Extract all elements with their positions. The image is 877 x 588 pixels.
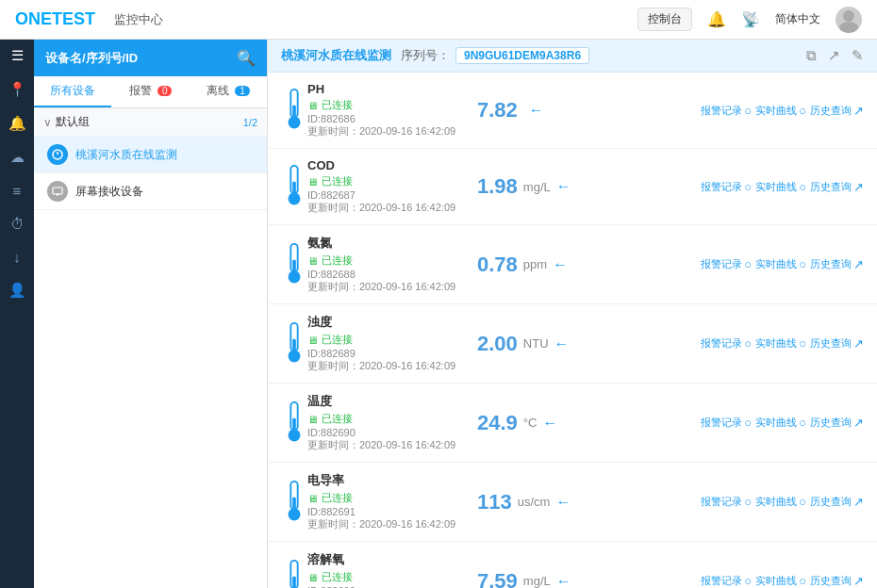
device1-seq-value: 9N9GU61DEM9A38R6 <box>455 47 589 64</box>
svg-point-12 <box>289 192 301 204</box>
main-body: ☰ 📍 🔔 ☁ ≡ ⏱ ↓ 👤 设备名/序列号/ID 🔍 所有设备 报警 0 离… <box>0 40 877 588</box>
realtime-curve-btn-temp[interactable]: 实时曲线○ <box>755 416 806 430</box>
sensor-conductivity-arrow: ← <box>555 494 571 511</box>
alarm-record-btn-do[interactable]: 报警记录○ <box>701 574 752 588</box>
device1-seq-label: 序列号： <box>401 47 450 64</box>
sensor-turbidity-info: 浊度 🖥 已连接 ID:882689 更新时间：2020-09-16 16:42… <box>307 314 477 373</box>
icon-bar-menu[interactable]: ☰ <box>11 47 24 64</box>
sidebar-device-1[interactable]: 桃溪河水质在线监测 <box>34 137 267 173</box>
bell-icon[interactable]: 🔔 <box>707 10 726 28</box>
alarm-record-btn-ph[interactable]: 报警记录○ <box>701 104 752 118</box>
sensor-conductivity-value: 113 us/cm ← <box>477 490 590 514</box>
wifi-icon[interactable]: 📡 <box>741 10 760 28</box>
search-icon[interactable]: 🔍 <box>237 49 256 67</box>
device1-header-icons: ⧉ ↗ ✎ <box>806 47 864 64</box>
svg-rect-23 <box>292 497 296 509</box>
sensor-ph-name: PH <box>307 82 477 96</box>
icon-bar-location[interactable]: 📍 <box>8 81 26 98</box>
svg-point-0 <box>843 10 854 22</box>
control-console-button[interactable]: 控制台 <box>637 8 692 31</box>
history-query-btn-andan[interactable]: 历史查询↗ <box>810 257 864 271</box>
sensor-turbidity-name: 浊度 <box>307 314 477 331</box>
sensor-row-turbidity: 浊度 🖥 已连接 ID:882689 更新时间：2020-09-16 16:42… <box>268 304 877 384</box>
sensor-temp-info: 温度 🖥 已连接 ID:882690 更新时间：2020-09-16 16:42… <box>307 393 477 452</box>
icon-bar-list[interactable]: ≡ <box>13 183 22 199</box>
sidebar-group-header[interactable]: ∨ 默认组 1/2 <box>34 108 267 137</box>
sensor-cod-time: 更新时间：2020-09-16 16:42:09 <box>307 201 477 215</box>
sensor-ph-actions: 报警记录○ 实时曲线○ 历史查询↗ <box>701 104 864 118</box>
sensor-turbidity-time: 更新时间：2020-09-16 16:42:09 <box>307 359 477 373</box>
realtime-curve-btn-andan[interactable]: 实时曲线○ <box>755 257 806 271</box>
sensor-ph-status: 🖥 已连接 <box>307 98 353 112</box>
history-query-btn-ph[interactable]: 历史查询↗ <box>810 104 864 118</box>
svg-point-18 <box>289 350 301 362</box>
offline-badge: 1 <box>235 86 250 96</box>
tab-offline-label: 离线 <box>207 84 229 97</box>
connected-icon-cod: 🖥 <box>307 176 318 188</box>
icon-bar-user[interactable]: 👤 <box>8 282 26 299</box>
sensor-cod-value: 1.98 mg/L ← <box>477 174 590 199</box>
edit-icon[interactable]: ✎ <box>852 47 864 64</box>
connected-icon-do: 🖥 <box>307 572 318 583</box>
icon-bar: ☰ 📍 🔔 ☁ ≡ ⏱ ↓ 👤 <box>0 40 34 588</box>
sensor-conductivity-id: ID:882691 <box>307 506 477 517</box>
tab-offline[interactable]: 离线 1 <box>190 76 267 107</box>
sensor-andan-name: 氨氮 <box>307 235 477 252</box>
sidebar-group-label: 默认组 <box>56 114 90 130</box>
svg-rect-17 <box>292 338 296 351</box>
device-name-1: 桃溪河水质在线监测 <box>75 147 177 163</box>
device1-name: 桃溪河水质在线监测 <box>281 47 391 64</box>
alarm-record-btn-temp[interactable]: 报警记录○ <box>701 416 752 430</box>
thermometer-icon-do <box>281 559 307 589</box>
tab-alarm[interactable]: 报警 0 <box>111 76 189 107</box>
alarm-record-btn-turbidity[interactable]: 报警记录○ <box>701 336 752 351</box>
sensor-do-arrow: ← <box>556 573 571 589</box>
sidebar-tabs: 所有设备 报警 0 离线 1 <box>34 76 267 108</box>
history-query-btn-conductivity[interactable]: 历史查询↗ <box>810 495 864 509</box>
sensor-turbidity-actions: 报警记录○ 实时曲线○ 历史查询↗ <box>701 336 864 351</box>
history-query-btn-turbidity[interactable]: 历史查询↗ <box>810 336 864 351</box>
icon-bar-bell[interactable]: 🔔 <box>8 115 26 132</box>
sensor-temp-arrow: ← <box>542 415 557 432</box>
connected-icon-ph: 🖥 <box>307 100 318 111</box>
sensor-cod-info: COD 🖥 已连接 ID:882687 更新时间：2020-09-16 16:4… <box>307 158 477 215</box>
sensor-conductivity-info: 电导率 🖥 已连接 ID:882691 更新时间：2020-09-16 16:4… <box>307 472 477 531</box>
alarm-record-btn-cod[interactable]: 报警记录○ <box>701 180 752 194</box>
sensor-andan-actions: 报警记录○ 实时曲线○ 历史查询↗ <box>701 257 864 271</box>
share-icon[interactable]: ↗ <box>828 47 840 64</box>
connected-icon-temp: 🖥 <box>307 414 318 425</box>
copy-icon[interactable]: ⧉ <box>806 47 817 64</box>
tab-all-devices[interactable]: 所有设备 <box>34 76 111 107</box>
content-area: 桃溪河水质在线监测 序列号： 9N9GU61DEM9A38R6 ⧉ ↗ ✎ <box>268 40 877 588</box>
connected-icon-conductivity: 🖥 <box>307 493 318 504</box>
realtime-curve-btn-cod[interactable]: 实时曲线○ <box>755 180 806 194</box>
icon-bar-download[interactable]: ↓ <box>13 249 21 265</box>
realtime-curve-btn-turbidity[interactable]: 实时曲线○ <box>755 336 806 351</box>
svg-rect-4 <box>53 188 62 194</box>
user-avatar[interactable] <box>836 7 862 33</box>
device-name-2: 屏幕接收设备 <box>75 184 143 200</box>
thermometer-icon-temp <box>281 400 307 446</box>
thermometer-icon-ph <box>281 88 307 133</box>
realtime-curve-btn-conductivity[interactable]: 实时曲线○ <box>755 495 806 509</box>
sensor-ph-id: ID:882686 <box>307 113 477 124</box>
nav-right: 控制台 🔔 📡 简体中文 <box>637 7 862 33</box>
language-selector[interactable]: 简体中文 <box>775 11 820 27</box>
history-query-btn-cod[interactable]: 历史查询↗ <box>810 180 864 194</box>
sensor-andan-value: 0.78 ppm ← <box>477 253 590 277</box>
sensor-cod-actions: 报警记录○ 实时曲线○ 历史查询↗ <box>701 180 864 194</box>
icon-bar-cloud[interactable]: ☁ <box>10 149 25 166</box>
realtime-curve-btn-do[interactable]: 实时曲线○ <box>755 574 806 588</box>
sensor-temp-id: ID:882690 <box>307 427 477 438</box>
sensor-turbidity-arrow: ← <box>554 335 570 352</box>
icon-bar-clock[interactable]: ⏱ <box>10 216 25 232</box>
sensor-ph-value: 7.82 ← <box>477 98 590 122</box>
history-query-btn-temp[interactable]: 历史查询↗ <box>810 416 864 430</box>
sensor-andan-time: 更新时间：2020-09-16 16:42:09 <box>307 280 477 294</box>
realtime-curve-btn-ph[interactable]: 实时曲线○ <box>755 104 806 118</box>
alarm-record-btn-conductivity[interactable]: 报警记录○ <box>701 495 752 509</box>
alarm-record-btn-andan[interactable]: 报警记录○ <box>701 257 752 271</box>
sidebar-device-2[interactable]: 屏幕接收设备 <box>34 173 267 210</box>
sensor-row-cod: COD 🖥 已连接 ID:882687 更新时间：2020-09-16 16:4… <box>268 149 877 225</box>
history-query-btn-do[interactable]: 历史查询↗ <box>810 574 864 588</box>
